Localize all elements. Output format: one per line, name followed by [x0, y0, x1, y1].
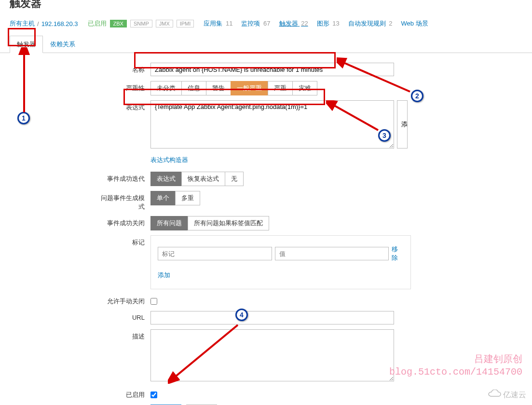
ok-close-group: 所有问题 所有问题如果标签值匹配 — [150, 216, 269, 230]
enabled-label: 已启用 — [96, 388, 150, 399]
name-input[interactable] — [150, 63, 394, 76]
problem-mode-label: 问题事件生成模式 — [96, 191, 150, 211]
severity-high[interactable]: 严重 — [268, 81, 293, 95]
tab-trigger[interactable]: 触发器 — [10, 36, 43, 53]
severity-information[interactable]: 信息 — [181, 81, 206, 95]
url-input[interactable] — [150, 311, 394, 324]
watermark-logo: 亿速云 — [488, 390, 526, 400]
description-label: 描述 — [96, 329, 150, 341]
severity-label: 严重性 — [96, 81, 150, 93]
page-title: 触发器 — [0, 0, 532, 11]
tag-add-link[interactable]: 添加 — [158, 269, 170, 282]
expression-builder-link[interactable]: 表达式构造器 — [150, 153, 188, 167]
severity-group: 未分类 信息 警告 一般严重 严重 灾难 — [150, 81, 317, 95]
tags-wrapper: 移除 添加 — [150, 235, 411, 289]
ok-close-label: 事件成功关闭 — [96, 216, 150, 228]
nav-web[interactable]: Web 场景 — [401, 19, 428, 28]
status-enabled: 已启用 — [88, 19, 107, 28]
problem-mode-single[interactable]: 单个 — [150, 191, 176, 205]
problem-mode-multiple[interactable]: 多重 — [175, 191, 200, 205]
form-area: 名称 严重性 未分类 信息 警告 一般严重 严重 灾难 表达式 添 表达式构造器 — [0, 53, 532, 405]
ok-close-tag-match[interactable]: 所有问题如果标签值匹配 — [188, 216, 269, 230]
manual-close-label: 允许手动关闭 — [96, 294, 150, 306]
tag-remove-link[interactable]: 移除 — [392, 243, 404, 265]
tag-row: 移除 — [158, 243, 404, 265]
nav-graphs[interactable]: 图形 13 — [317, 19, 340, 28]
nav-triggers[interactable]: 触发器 22 — [279, 19, 308, 28]
severity-disaster[interactable]: 灾难 — [292, 81, 317, 95]
tags-label: 标记 — [96, 235, 150, 247]
breadcrumb-sep: / — [37, 20, 39, 27]
severity-average[interactable]: 一般严重 — [231, 81, 268, 95]
ok-close-all[interactable]: 所有问题 — [150, 216, 188, 230]
url-label: URL — [96, 311, 150, 321]
severity-warning[interactable]: 警告 — [206, 81, 231, 95]
tag-value-input[interactable] — [275, 247, 389, 260]
tabs: 触发器 依赖关系 — [0, 35, 532, 53]
event-ok-recovery[interactable]: 恢复表达式 — [181, 172, 225, 186]
enabled-checkbox[interactable] — [150, 392, 157, 398]
badge-snmp: SNMP — [130, 20, 152, 27]
tag-name-input[interactable] — [158, 247, 272, 260]
watermark-text: 吕建钊原创 blog.51cto.com/14154700 — [389, 353, 522, 378]
manual-close-checkbox[interactable] — [150, 298, 157, 305]
event-ok-expression[interactable]: 表达式 — [150, 172, 182, 186]
event-ok-label: 事件成功迭代 — [96, 172, 150, 183]
name-label: 名称 — [96, 63, 150, 74]
badge-zbx: ZBX — [110, 20, 127, 27]
nav-items[interactable]: 监控项 67 — [241, 19, 270, 28]
expression-label: 表达式 — [96, 100, 150, 112]
severity-not-classified[interactable]: 未分类 — [150, 81, 182, 95]
nav-discovery[interactable]: 自动发现规则 2 — [348, 19, 393, 28]
expression-add-button[interactable]: 添 — [397, 100, 408, 148]
cloud-icon — [488, 390, 501, 400]
problem-mode-group: 单个 多重 — [150, 191, 200, 205]
badge-ipmi: IPMI — [177, 20, 194, 27]
expression-input[interactable] — [150, 100, 394, 148]
event-ok-none[interactable]: 无 — [225, 172, 244, 186]
tab-dependencies[interactable]: 依赖关系 — [43, 36, 82, 53]
event-ok-group: 表达式 恢复表达式 无 — [150, 172, 244, 186]
badge-jmx: JMX — [156, 20, 173, 27]
nav-apps[interactable]: 应用集 11 — [204, 19, 232, 28]
description-input[interactable] — [150, 329, 394, 381]
host-nav: 应用集 11 监控项 67 触发器 22 图形 13 自动发现规则 2 Web … — [204, 19, 428, 28]
breadcrumb-host[interactable]: 192.168.20.3 — [41, 20, 78, 27]
breadcrumb-all-hosts[interactable]: 所有主机 — [10, 19, 35, 28]
breadcrumb: 所有主机 / 192.168.20.3 已启用 ZBX SNMP JMX IPM… — [0, 19, 532, 28]
